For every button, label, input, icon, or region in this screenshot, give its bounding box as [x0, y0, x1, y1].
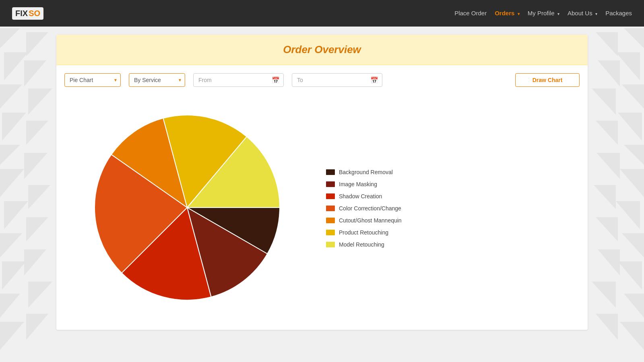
orders-dropdown-arrow: ▾ — [518, 12, 520, 16]
nav-link-place-order[interactable]: Place Order — [454, 10, 487, 16]
logo-fix-text: FIX — [15, 9, 28, 18]
legend-color-box — [326, 218, 335, 223]
legend-color-box — [326, 230, 335, 235]
legend-item: Shadow Creation — [326, 193, 415, 200]
logo-so-text: SO — [29, 9, 40, 18]
legend-item: Product Retouching — [326, 229, 415, 236]
legend-item: Cutout/Ghost Mannequin — [326, 217, 415, 224]
legend-label-text: Product Retouching — [339, 229, 388, 236]
group-by-select[interactable]: By Service By Status By Date — [129, 73, 185, 87]
legend-item: Model Retouching — [326, 241, 415, 248]
nav-menu: Place Order Orders ▾ My Profile ▾ About … — [454, 10, 632, 17]
chart-type-select[interactable]: Pie Chart Bar Chart Line Chart — [64, 73, 121, 87]
my-profile-dropdown-arrow: ▾ — [557, 12, 559, 16]
nav-item-about-us[interactable]: About Us ▾ — [568, 10, 597, 17]
legend-color-box — [326, 169, 335, 175]
brand[interactable]: FIX SO — [12, 7, 43, 20]
nav-item-my-profile[interactable]: My Profile ▾ — [528, 10, 559, 17]
nav-link-packages[interactable]: Packages — [605, 10, 632, 16]
group-by-wrapper[interactable]: By Service By Status By Date — [129, 73, 185, 87]
nav-item-orders[interactable]: Orders ▾ — [495, 10, 520, 17]
page-title: Order Overview — [65, 43, 579, 56]
legend-color-box — [326, 181, 335, 187]
nav-item-place-order[interactable]: Place Order — [454, 10, 487, 17]
chart-legend: Background RemovalImage MaskingShadow Cr… — [326, 169, 415, 248]
navbar: FIX SO Place Order Orders ▾ My Profile ▾… — [0, 0, 644, 27]
nav-link-orders[interactable]: Orders — [495, 10, 514, 16]
main-content: Order Overview Pie Chart Bar Chart Line … — [0, 27, 644, 362]
chart-type-wrapper[interactable]: Pie Chart Bar Chart Line Chart — [64, 73, 121, 87]
legend-label-text: Image Masking — [339, 181, 377, 187]
pie-chart-svg — [89, 99, 286, 316]
legend-item: Background Removal — [326, 169, 415, 175]
legend-label-text: Background Removal — [339, 169, 393, 175]
legend-item: Color Correction/Change — [326, 205, 415, 212]
legend-color-box — [326, 206, 335, 211]
from-date-input[interactable] — [193, 73, 284, 87]
nav-link-about-us[interactable]: About Us — [568, 10, 592, 16]
pie-chart-container — [89, 99, 286, 318]
draw-chart-button[interactable]: Draw Chart — [515, 73, 580, 87]
logo[interactable]: FIX SO — [12, 7, 43, 20]
chart-area: Background RemovalImage MaskingShadow Cr… — [56, 95, 588, 330]
legend-color-box — [326, 193, 335, 199]
nav-link-my-profile[interactable]: My Profile — [528, 10, 555, 16]
about-us-dropdown-arrow: ▾ — [595, 12, 597, 16]
legend-label-text: Shadow Creation — [339, 193, 382, 200]
card-header: Order Overview — [56, 35, 588, 65]
to-date-wrapper[interactable]: 📅 — [292, 73, 382, 87]
card-controls: Pie Chart Bar Chart Line Chart By Servic… — [56, 65, 588, 95]
nav-item-packages[interactable]: Packages — [605, 10, 632, 17]
order-overview-card: Order Overview Pie Chart Bar Chart Line … — [56, 35, 588, 330]
legend-label-text: Color Correction/Change — [339, 205, 401, 212]
from-date-wrapper[interactable]: 📅 — [193, 73, 284, 87]
legend-label-text: Model Retouching — [339, 241, 384, 248]
legend-label-text: Cutout/Ghost Mannequin — [339, 217, 402, 224]
legend-item: Image Masking — [326, 181, 415, 187]
to-date-input[interactable] — [292, 73, 382, 87]
legend-color-box — [326, 242, 335, 247]
